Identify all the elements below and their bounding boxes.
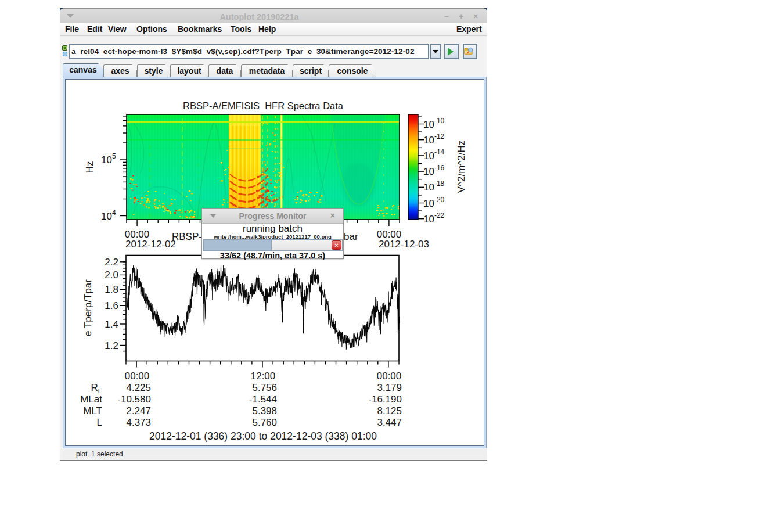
svg-text:10-20: 10-20 — [423, 196, 445, 209]
svg-text:10-14: 10-14 — [423, 148, 445, 161]
svg-text:1.6: 1.6 — [105, 300, 118, 311]
svg-text:3.447: 3.447 — [377, 417, 402, 428]
svg-text:5.760: 5.760 — [252, 417, 277, 428]
svg-text:MLT: MLT — [83, 405, 102, 416]
svg-text:00:00: 00:00 — [125, 371, 150, 382]
svg-text:2.247: 2.247 — [126, 405, 151, 416]
svg-text:bar: bar — [344, 231, 358, 242]
svg-text:-10.580: -10.580 — [117, 394, 151, 405]
svg-text:Hz: Hz — [84, 161, 95, 174]
svg-text:00:00: 00:00 — [377, 371, 402, 382]
svg-text:2012-12-03: 2012-12-03 — [379, 239, 429, 250]
svg-text:2.0: 2.0 — [105, 269, 118, 281]
svg-text:1.8: 1.8 — [105, 284, 118, 295]
svg-text:10-10: 10-10 — [423, 117, 445, 130]
svg-text:-1.544: -1.544 — [249, 394, 277, 405]
svg-text:L: L — [97, 417, 102, 428]
svg-text:1.2: 1.2 — [105, 340, 118, 351]
svg-text:10-12: 10-12 — [423, 132, 445, 146]
svg-text:4.225: 4.225 — [126, 382, 151, 393]
svg-text:10-22: 10-22 — [423, 211, 445, 225]
svg-text:2012-12-01 (336) 23:00 to 2012: 2012-12-01 (336) 23:00 to 2012-12-03 (33… — [149, 430, 377, 442]
svg-text:4.373: 4.373 — [126, 417, 151, 428]
svg-text:V^2/m^2/Hz: V^2/m^2/Hz — [456, 141, 467, 193]
svg-text:8.125: 8.125 — [377, 405, 402, 416]
svg-text:-16.190: -16.190 — [368, 394, 402, 405]
svg-text:12:00: 12:00 — [251, 371, 276, 382]
svg-text:5.756: 5.756 — [252, 382, 277, 393]
svg-text:104: 104 — [101, 209, 116, 222]
svg-text:RBSP-A/EMFISIS HFR Spectra Da: RBSP-A/EMFISIS HFR Spectra Data — [183, 100, 344, 111]
svg-text:10-18: 10-18 — [423, 179, 445, 193]
svg-text:3.179: 3.179 — [377, 382, 402, 393]
svg-text:RE: RE — [91, 382, 102, 394]
svg-text:10-16: 10-16 — [423, 164, 445, 177]
svg-text:1.4: 1.4 — [105, 319, 118, 330]
svg-text:5.398: 5.398 — [252, 405, 277, 416]
svg-text:MLat: MLat — [80, 394, 102, 405]
svg-text:e Tperp/Tpar: e Tperp/Tpar — [82, 279, 93, 336]
svg-text:105: 105 — [101, 152, 116, 166]
svg-text:2.2: 2.2 — [105, 257, 118, 268]
svg-text:2012-12-02: 2012-12-02 — [125, 239, 176, 250]
